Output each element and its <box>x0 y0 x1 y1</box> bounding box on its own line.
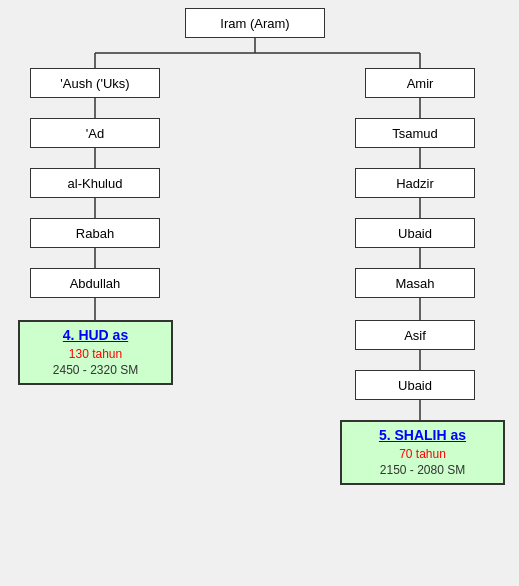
chart-container: Iram (Aram) 'Aush ('Uks) Amir 'Ad Tsamud… <box>0 0 519 586</box>
node-abdullah-label: Abdullah <box>70 276 121 291</box>
node-abdullah: Abdullah <box>30 268 160 298</box>
node-tsamud-label: Tsamud <box>392 126 438 141</box>
node-rabah: Rabah <box>30 218 160 248</box>
node-hadzir: Hadzir <box>355 168 475 198</box>
node-shalih[interactable]: 5. SHALIH as 70 tahun 2150 - 2080 SM <box>340 420 505 485</box>
node-ubaid1-label: Ubaid <box>398 226 432 241</box>
node-amir-label: Amir <box>407 76 434 91</box>
node-ubaid2: Ubaid <box>355 370 475 400</box>
node-hud-range: 2450 - 2320 SM <box>53 362 138 379</box>
node-shalih-inner: 5. SHALIH as 70 tahun 2150 - 2080 SM <box>379 426 466 479</box>
node-iram-label: Iram (Aram) <box>220 16 289 31</box>
node-masah-label: Masah <box>395 276 434 291</box>
node-masah: Masah <box>355 268 475 298</box>
node-aush-label: 'Aush ('Uks) <box>60 76 129 91</box>
node-shalih-range: 2150 - 2080 SM <box>380 462 465 479</box>
node-ad: 'Ad <box>30 118 160 148</box>
node-asif-label: Asif <box>404 328 426 343</box>
node-rabah-label: Rabah <box>76 226 114 241</box>
node-hud-title: 4. HUD as <box>63 326 128 346</box>
node-alkhulud-label: al-Khulud <box>68 176 123 191</box>
node-tsamud: Tsamud <box>355 118 475 148</box>
node-asif: Asif <box>355 320 475 350</box>
node-shalih-years: 70 tahun <box>399 446 446 463</box>
node-hadzir-label: Hadzir <box>396 176 434 191</box>
node-iram: Iram (Aram) <box>185 8 325 38</box>
node-ubaid2-label: Ubaid <box>398 378 432 393</box>
node-hud-inner: 4. HUD as 130 tahun 2450 - 2320 SM <box>53 326 138 379</box>
node-hud-years: 130 tahun <box>69 346 122 363</box>
node-ad-label: 'Ad <box>86 126 104 141</box>
node-hud[interactable]: 4. HUD as 130 tahun 2450 - 2320 SM <box>18 320 173 385</box>
node-amir: Amir <box>365 68 475 98</box>
node-shalih-title: 5. SHALIH as <box>379 426 466 446</box>
node-ubaid1: Ubaid <box>355 218 475 248</box>
node-aush: 'Aush ('Uks) <box>30 68 160 98</box>
node-alkhulud: al-Khulud <box>30 168 160 198</box>
